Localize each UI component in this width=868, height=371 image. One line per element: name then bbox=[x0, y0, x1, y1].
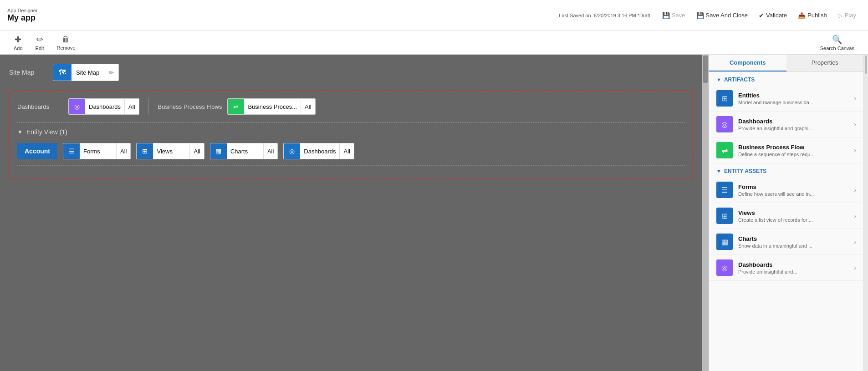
dashboards-panel-icon-box: ◎ bbox=[716, 116, 733, 132]
dashboards-all-btn[interactable]: All bbox=[124, 99, 138, 114]
add-tool[interactable]: ✚ Add bbox=[7, 33, 29, 53]
entity-assets-arrow: ▼ bbox=[716, 168, 721, 174]
app-name: My app bbox=[7, 13, 38, 23]
tab-properties[interactable]: Properties bbox=[786, 55, 864, 71]
entity-dashboards-pill-label: Dashboards bbox=[300, 148, 339, 155]
remove-icon: 🗑 bbox=[62, 35, 70, 44]
dashboards-panel-icon: ◎ bbox=[721, 120, 728, 129]
account-button[interactable]: Account bbox=[17, 143, 57, 159]
entities-chevron: › bbox=[854, 95, 856, 102]
validate-icon: ✔ bbox=[759, 12, 764, 19]
right-panel-scrollbar-thumb bbox=[865, 56, 867, 74]
bpf-pill-label: Business Proces... bbox=[244, 103, 301, 110]
sitemap-row: Site Map 🗺 Site Map ✏ bbox=[9, 64, 693, 81]
edit-icon: ✏ bbox=[36, 35, 43, 45]
views-panel-icon-box: ⊞ bbox=[716, 208, 733, 224]
entity-dashboards-pill-icon: ◎ bbox=[284, 143, 300, 159]
dashboards-pill[interactable]: ◎ Dashboards All bbox=[68, 98, 139, 115]
charts-panel-icon-box: ▦ bbox=[716, 234, 733, 250]
artifact-entities[interactable]: ⊞ Entities Model and manage business da.… bbox=[709, 86, 863, 112]
views-panel-chevron: › bbox=[854, 212, 856, 219]
sitemap-edit-button[interactable]: ✏ bbox=[104, 64, 118, 81]
entity-asset-views[interactable]: ⊞ Views Create a list view of records fo… bbox=[709, 203, 863, 229]
save-button[interactable]: 💾 Save bbox=[658, 10, 690, 21]
entity-asset-charts[interactable]: ▦ Charts Show data in a meaningful and .… bbox=[709, 229, 863, 255]
entity-dashboards-all-btn[interactable]: All bbox=[339, 143, 353, 159]
right-panel-scrollbar[interactable] bbox=[863, 55, 868, 371]
save-close-icon: 💾 bbox=[696, 12, 704, 19]
entities-icon-box: ⊞ bbox=[716, 90, 733, 107]
tab-components[interactable]: Components bbox=[709, 55, 786, 71]
forms-panel-icon: ☰ bbox=[721, 186, 728, 194]
charts-panel-text: Charts Show data in a meaningful and ... bbox=[738, 235, 848, 249]
entity-dashboards-panel-desc: Provide an insightful and... bbox=[738, 269, 848, 274]
validate-button[interactable]: ✔ Validate bbox=[754, 10, 791, 21]
forms-icon: ☰ bbox=[69, 147, 75, 155]
charts-pill[interactable]: ▦ Charts All bbox=[210, 143, 278, 159]
dashboards-panel-name: Dashboards bbox=[738, 118, 848, 125]
sitemap-component[interactable]: 🗺 Site Map ✏ bbox=[53, 64, 119, 81]
dotted-separator-2 bbox=[17, 165, 685, 166]
panel-tabs: Components Properties bbox=[709, 55, 863, 72]
search-canvas-tool[interactable]: 🔍 Search Canvas bbox=[814, 33, 861, 53]
dashboards-panel-desc: Provide an insightful and graphi... bbox=[738, 126, 848, 131]
play-button[interactable]: ▷ Play bbox=[833, 10, 861, 21]
entities-icon: ⊞ bbox=[722, 94, 728, 103]
bpf-pill[interactable]: ⇌ Business Proces... All bbox=[227, 98, 315, 115]
entity-assets-row: Account ☰ Forms All ⊞ Views All bbox=[17, 143, 685, 159]
bpf-row-label: Business Process Flows bbox=[158, 103, 222, 110]
forms-panel-chevron: › bbox=[854, 186, 856, 193]
charts-panel-icon: ▦ bbox=[721, 238, 728, 246]
dashboards-pill-label: Dashboards bbox=[85, 103, 124, 110]
dashboards-row: Dashboards ◎ Dashboards All Business Pro… bbox=[17, 98, 685, 115]
artifact-bpf[interactable]: ⇌ Business Process Flow Define a sequenc… bbox=[709, 137, 863, 163]
entities-desc: Model and manage business da... bbox=[738, 100, 848, 105]
entity-view-collapse[interactable]: ▼ bbox=[17, 129, 23, 135]
charts-panel-desc: Show data in a meaningful and ... bbox=[738, 243, 848, 249]
edit-tool[interactable]: ✏ Edit bbox=[29, 33, 51, 53]
entity-asset-dashboards[interactable]: ◎ Dashboards Provide an insightful and..… bbox=[709, 255, 863, 281]
last-saved-text: Last Saved on :6/20/2019 3:16 PM *Draft bbox=[559, 13, 650, 18]
entity-dashboards-icon: ◎ bbox=[289, 147, 295, 155]
panel-content: ▼ ARTIFACTS ⊞ Entities Model and manage … bbox=[709, 72, 863, 371]
entity-asset-forms[interactable]: ☰ Forms Define how users will see and in… bbox=[709, 177, 863, 203]
forms-panel-icon-box: ☰ bbox=[716, 182, 733, 198]
row-divider bbox=[148, 98, 149, 115]
search-canvas-icon: 🔍 bbox=[832, 35, 842, 45]
views-pill[interactable]: ⊞ Views All bbox=[136, 143, 204, 159]
charts-pill-label: Charts bbox=[227, 148, 263, 155]
dashboards-pill-icon: ◎ bbox=[69, 98, 85, 115]
forms-pill[interactable]: ☰ Forms All bbox=[63, 143, 131, 159]
charts-icon: ▦ bbox=[215, 147, 221, 155]
forms-pill-label: Forms bbox=[80, 148, 116, 155]
views-panel-desc: Create a list view of records for ... bbox=[738, 217, 848, 223]
remove-tool[interactable]: 🗑 Remove bbox=[51, 33, 82, 52]
views-all-btn[interactable]: All bbox=[189, 143, 204, 159]
canvas-scrollbar[interactable] bbox=[702, 55, 709, 371]
entity-assets-section-header: ▼ ENTITY ASSETS bbox=[709, 163, 863, 177]
entity-dashboards-panel-name: Dashboards bbox=[738, 261, 848, 268]
artifacts-section-title: ARTIFACTS bbox=[724, 76, 755, 83]
dotted-separator-1 bbox=[17, 122, 685, 123]
main-layout: Site Map 🗺 Site Map ✏ Dashboards ◎ Dashb… bbox=[0, 55, 868, 371]
sitemap-component-label: Site Map bbox=[71, 69, 104, 76]
forms-panel-name: Forms bbox=[738, 183, 848, 190]
entity-dashboards-panel-chevron: › bbox=[854, 264, 856, 271]
charts-panel-name: Charts bbox=[738, 235, 848, 242]
sitemap-icon: 🗺 bbox=[59, 68, 66, 76]
red-dashed-container: Dashboards ◎ Dashboards All Business Pro… bbox=[9, 90, 693, 179]
play-icon: ▷ bbox=[838, 12, 843, 19]
bpf-pill-icon: ⇌ bbox=[228, 98, 244, 115]
artifact-dashboards[interactable]: ◎ Dashboards Provide an insightful and g… bbox=[709, 112, 863, 137]
charts-all-btn[interactable]: All bbox=[263, 143, 277, 159]
publish-button[interactable]: 📤 Publish bbox=[793, 10, 832, 21]
entity-dashboards-pill[interactable]: ◎ Dashboards All bbox=[283, 143, 354, 159]
bpf-panel-icon-box: ⇌ bbox=[716, 142, 733, 158]
app-title-area: App Designer My app bbox=[7, 8, 38, 23]
charts-pill-icon: ▦ bbox=[210, 143, 227, 159]
bpf-panel-name: Business Process Flow bbox=[738, 144, 848, 151]
dashboards-icon: ◎ bbox=[74, 103, 80, 110]
bpf-all-btn[interactable]: All bbox=[301, 99, 315, 114]
save-and-close-button[interactable]: 💾 Save And Close bbox=[692, 10, 753, 21]
forms-all-btn[interactable]: All bbox=[116, 143, 130, 159]
